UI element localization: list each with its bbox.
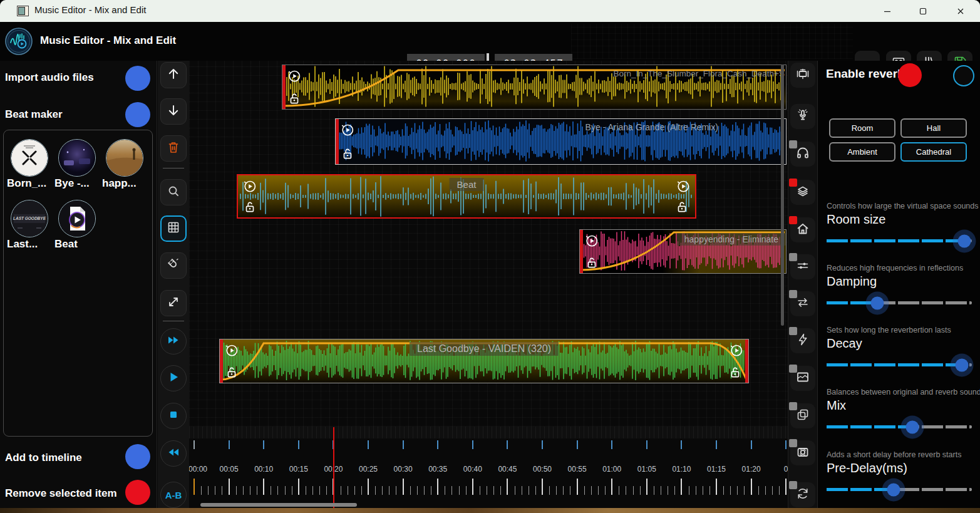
ruler-label: 00:05 <box>220 465 239 474</box>
wave-chart-button[interactable] <box>790 366 815 391</box>
slider-fill <box>827 363 962 366</box>
ruler-minor-tick <box>222 486 222 495</box>
clip-lock-icon[interactable] <box>225 365 240 380</box>
clip-lock-icon[interactable] <box>728 365 743 380</box>
beat-maker-button[interactable] <box>125 102 150 127</box>
pre-delay-ms--slider[interactable] <box>827 488 972 491</box>
clip-edge[interactable] <box>220 339 223 383</box>
ruler-minor-tick <box>605 486 606 495</box>
library-item-bye[interactable] <box>58 139 96 177</box>
preset-cathedral-button[interactable]: Cathedral <box>900 142 967 162</box>
clip-lock-icon[interactable] <box>675 200 690 215</box>
equalizer-button[interactable] <box>790 254 815 279</box>
damping-slider[interactable] <box>827 301 972 304</box>
audio-clip[interactable]: Last Goodbye - VAIDEN (320) <box>219 339 749 383</box>
mix-slider[interactable] <box>827 425 972 428</box>
ruler-minor-tick <box>389 486 389 495</box>
frame-sync-button[interactable] <box>790 63 815 88</box>
ruler-minor-tick <box>341 486 341 495</box>
headphones-icon <box>795 145 810 163</box>
decay-slider[interactable] <box>827 363 972 366</box>
slider-thumb[interactable] <box>871 296 884 309</box>
audio-clip[interactable]: Beat <box>237 174 696 219</box>
playhead[interactable] <box>333 427 334 509</box>
reverb-save-button[interactable] <box>953 65 974 86</box>
search-button[interactable] <box>160 179 187 205</box>
library-item-label: happ... <box>102 177 147 190</box>
clip-play-icon[interactable] <box>676 179 691 194</box>
tool-badge <box>789 365 797 373</box>
audio-clip[interactable]: happyending - Eliminate <box>579 229 787 274</box>
clip-play-icon[interactable] <box>729 343 744 358</box>
room-size-slider[interactable] <box>827 239 972 242</box>
close-button[interactable] <box>946 0 975 22</box>
slider-thumb[interactable] <box>905 420 919 433</box>
library-item-born[interactable] <box>11 139 48 177</box>
duplicate-button[interactable] <box>790 403 815 428</box>
fast-forward-button[interactable] <box>160 328 187 355</box>
library-item-last[interactable]: LAST GOODBYE <box>11 200 48 237</box>
sidebar: Import audio files Beat maker Born_...By… <box>0 61 157 509</box>
layers-button[interactable] <box>790 180 815 205</box>
clip-lock-icon[interactable] <box>287 91 302 106</box>
lightning-button[interactable] <box>790 328 815 353</box>
audio-clip[interactable]: Bye - Ariana Grande (Altre Remix) <box>335 118 787 165</box>
add-to-timeline-button[interactable] <box>125 444 150 469</box>
ruler-major-tick <box>577 479 578 495</box>
magnet-button[interactable] <box>160 252 187 279</box>
ab-loop-button[interactable]: A-B <box>160 482 187 508</box>
ruler-minor-tick <box>493 486 494 495</box>
arrow-down-button[interactable] <box>160 98 187 125</box>
arrow-up-button[interactable] <box>160 62 187 88</box>
swap-button[interactable] <box>790 291 815 316</box>
library-item-happ[interactable] <box>106 139 143 177</box>
rewind-button[interactable] <box>160 440 187 467</box>
beat-tick <box>681 440 682 449</box>
remove-selected-button[interactable] <box>125 480 150 505</box>
mic-effect-button[interactable] <box>790 104 815 129</box>
clip-edge[interactable] <box>580 230 583 273</box>
clip-play-icon[interactable] <box>242 179 257 194</box>
clip-edge[interactable] <box>282 65 286 109</box>
slider-thumb[interactable] <box>955 358 968 371</box>
ruler-label: 00:35 <box>428 465 447 474</box>
clip-play-icon[interactable] <box>287 68 302 83</box>
grid-snap-button[interactable] <box>160 215 187 242</box>
timeline[interactable]: Born_In_The_Slumber_Flora_Cash_Death+S B… <box>189 61 788 509</box>
reverb-power-button[interactable] <box>898 63 922 87</box>
stop-button[interactable] <box>160 403 187 429</box>
slider-thumb[interactable] <box>958 234 971 247</box>
refresh-button[interactable] <box>790 482 815 507</box>
preset-ambient-button[interactable]: Ambient <box>829 142 895 162</box>
clip-edge[interactable] <box>745 339 748 383</box>
ruler-minor-tick <box>500 486 501 495</box>
horizontal-scrollbar[interactable] <box>200 503 357 507</box>
clip-lock-icon[interactable] <box>243 200 258 215</box>
slider-thumb[interactable] <box>887 483 900 496</box>
library-item-beat[interactable] <box>58 200 96 237</box>
audio-clip[interactable]: Born_In_The_Slumber_Flora_Cash_Death+S <box>282 65 787 110</box>
clip-play-icon[interactable] <box>340 122 355 137</box>
vertical-scrollbar[interactable] <box>781 65 784 326</box>
play-button[interactable] <box>160 365 187 391</box>
trash-button[interactable] <box>160 135 187 162</box>
camera-rotate-button[interactable] <box>790 440 815 465</box>
play-icon <box>166 370 181 387</box>
clip-edge[interactable] <box>336 119 339 164</box>
preset-room-button[interactable]: Room <box>829 118 895 138</box>
maximize-button[interactable] <box>908 0 937 22</box>
expand-button[interactable] <box>160 290 187 316</box>
home-button[interactable] <box>790 217 815 242</box>
ruler-minor-tick <box>765 486 766 495</box>
preset-hall-button[interactable]: Hall <box>900 118 967 138</box>
clip-play-icon[interactable] <box>584 233 599 248</box>
clip-play-icon[interactable] <box>224 343 239 358</box>
library-item-label: Bye -... <box>54 177 100 190</box>
minimize-button[interactable] <box>872 0 902 22</box>
clip-lock-icon[interactable] <box>585 256 600 271</box>
import-audio-button[interactable] <box>125 66 150 91</box>
beat-tick <box>298 440 299 449</box>
clip-lock-icon[interactable] <box>341 147 356 162</box>
ruler-label: 01:10 <box>672 465 691 474</box>
headphones-button[interactable] <box>790 142 815 167</box>
